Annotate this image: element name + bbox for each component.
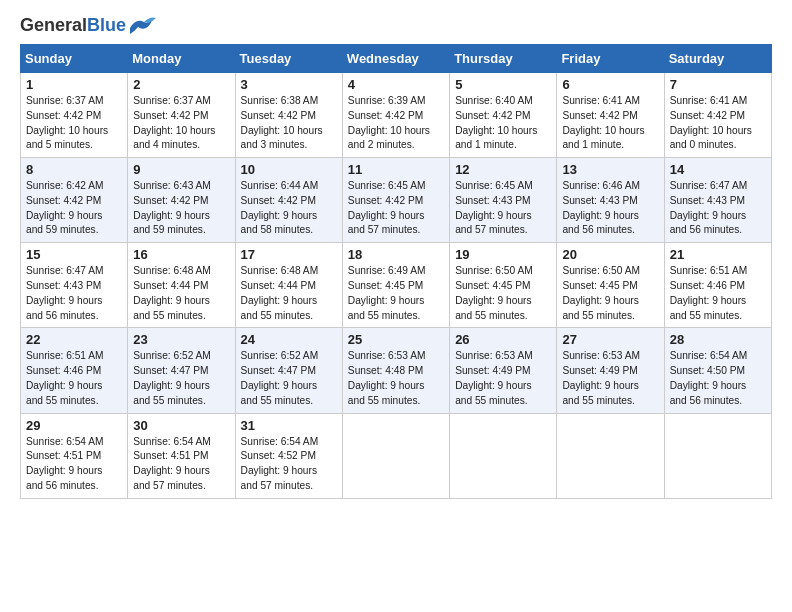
calendar-cell: 4Sunrise: 6:39 AMSunset: 4:42 PMDaylight… xyxy=(342,73,449,158)
logo-blue: Blue xyxy=(87,15,126,35)
page: GeneralBlue SundayMondayTuesdayWednesday… xyxy=(0,0,792,612)
logo-general: General xyxy=(20,15,87,35)
cell-text: Sunrise: 6:47 AMSunset: 4:43 PMDaylight:… xyxy=(670,179,766,238)
calendar-cell: 22Sunrise: 6:51 AMSunset: 4:46 PMDayligh… xyxy=(21,328,128,413)
day-number: 28 xyxy=(670,332,766,347)
cell-text: Sunrise: 6:48 AMSunset: 4:44 PMDaylight:… xyxy=(241,264,337,323)
day-number: 29 xyxy=(26,418,122,433)
calendar-header-row: SundayMondayTuesdayWednesdayThursdayFrid… xyxy=(21,45,772,73)
calendar-cell: 10Sunrise: 6:44 AMSunset: 4:42 PMDayligh… xyxy=(235,158,342,243)
day-number: 1 xyxy=(26,77,122,92)
cell-text: Sunrise: 6:51 AMSunset: 4:46 PMDaylight:… xyxy=(26,349,122,408)
day-number: 5 xyxy=(455,77,551,92)
cell-text: Sunrise: 6:53 AMSunset: 4:48 PMDaylight:… xyxy=(348,349,444,408)
logo-text: GeneralBlue xyxy=(20,16,126,36)
weekday-header: Wednesday xyxy=(342,45,449,73)
calendar-cell xyxy=(342,413,449,498)
day-number: 14 xyxy=(670,162,766,177)
day-number: 22 xyxy=(26,332,122,347)
day-number: 17 xyxy=(241,247,337,262)
weekday-header: Thursday xyxy=(450,45,557,73)
calendar-cell: 8Sunrise: 6:42 AMSunset: 4:42 PMDaylight… xyxy=(21,158,128,243)
day-number: 18 xyxy=(348,247,444,262)
calendar-table: SundayMondayTuesdayWednesdayThursdayFrid… xyxy=(20,44,772,499)
calendar-cell: 27Sunrise: 6:53 AMSunset: 4:49 PMDayligh… xyxy=(557,328,664,413)
calendar-cell: 13Sunrise: 6:46 AMSunset: 4:43 PMDayligh… xyxy=(557,158,664,243)
day-number: 16 xyxy=(133,247,229,262)
cell-text: Sunrise: 6:49 AMSunset: 4:45 PMDaylight:… xyxy=(348,264,444,323)
cell-text: Sunrise: 6:54 AMSunset: 4:50 PMDaylight:… xyxy=(670,349,766,408)
calendar-cell: 11Sunrise: 6:45 AMSunset: 4:42 PMDayligh… xyxy=(342,158,449,243)
day-number: 15 xyxy=(26,247,122,262)
calendar-cell: 19Sunrise: 6:50 AMSunset: 4:45 PMDayligh… xyxy=(450,243,557,328)
cell-text: Sunrise: 6:37 AMSunset: 4:42 PMDaylight:… xyxy=(26,94,122,153)
day-number: 25 xyxy=(348,332,444,347)
cell-text: Sunrise: 6:53 AMSunset: 4:49 PMDaylight:… xyxy=(562,349,658,408)
cell-text: Sunrise: 6:48 AMSunset: 4:44 PMDaylight:… xyxy=(133,264,229,323)
cell-text: Sunrise: 6:40 AMSunset: 4:42 PMDaylight:… xyxy=(455,94,551,153)
calendar-cell: 25Sunrise: 6:53 AMSunset: 4:48 PMDayligh… xyxy=(342,328,449,413)
day-number: 12 xyxy=(455,162,551,177)
cell-text: Sunrise: 6:53 AMSunset: 4:49 PMDaylight:… xyxy=(455,349,551,408)
cell-text: Sunrise: 6:51 AMSunset: 4:46 PMDaylight:… xyxy=(670,264,766,323)
cell-text: Sunrise: 6:44 AMSunset: 4:42 PMDaylight:… xyxy=(241,179,337,238)
cell-text: Sunrise: 6:42 AMSunset: 4:42 PMDaylight:… xyxy=(26,179,122,238)
calendar-week-row: 29Sunrise: 6:54 AMSunset: 4:51 PMDayligh… xyxy=(21,413,772,498)
day-number: 7 xyxy=(670,77,766,92)
cell-text: Sunrise: 6:45 AMSunset: 4:43 PMDaylight:… xyxy=(455,179,551,238)
calendar-cell: 31Sunrise: 6:54 AMSunset: 4:52 PMDayligh… xyxy=(235,413,342,498)
calendar-cell: 12Sunrise: 6:45 AMSunset: 4:43 PMDayligh… xyxy=(450,158,557,243)
day-number: 19 xyxy=(455,247,551,262)
calendar-cell: 18Sunrise: 6:49 AMSunset: 4:45 PMDayligh… xyxy=(342,243,449,328)
calendar-cell: 28Sunrise: 6:54 AMSunset: 4:50 PMDayligh… xyxy=(664,328,771,413)
day-number: 4 xyxy=(348,77,444,92)
day-number: 31 xyxy=(241,418,337,433)
calendar-cell: 1Sunrise: 6:37 AMSunset: 4:42 PMDaylight… xyxy=(21,73,128,158)
day-number: 23 xyxy=(133,332,229,347)
cell-text: Sunrise: 6:41 AMSunset: 4:42 PMDaylight:… xyxy=(670,94,766,153)
cell-text: Sunrise: 6:52 AMSunset: 4:47 PMDaylight:… xyxy=(133,349,229,408)
weekday-header: Saturday xyxy=(664,45,771,73)
day-number: 6 xyxy=(562,77,658,92)
header: GeneralBlue xyxy=(20,16,772,36)
day-number: 21 xyxy=(670,247,766,262)
cell-text: Sunrise: 6:52 AMSunset: 4:47 PMDaylight:… xyxy=(241,349,337,408)
cell-text: Sunrise: 6:47 AMSunset: 4:43 PMDaylight:… xyxy=(26,264,122,323)
calendar-week-row: 8Sunrise: 6:42 AMSunset: 4:42 PMDaylight… xyxy=(21,158,772,243)
cell-text: Sunrise: 6:50 AMSunset: 4:45 PMDaylight:… xyxy=(455,264,551,323)
logo: GeneralBlue xyxy=(20,16,156,36)
calendar-cell: 6Sunrise: 6:41 AMSunset: 4:42 PMDaylight… xyxy=(557,73,664,158)
cell-text: Sunrise: 6:38 AMSunset: 4:42 PMDaylight:… xyxy=(241,94,337,153)
calendar-cell: 5Sunrise: 6:40 AMSunset: 4:42 PMDaylight… xyxy=(450,73,557,158)
cell-text: Sunrise: 6:54 AMSunset: 4:52 PMDaylight:… xyxy=(241,435,337,494)
day-number: 10 xyxy=(241,162,337,177)
calendar-cell xyxy=(664,413,771,498)
calendar-cell: 3Sunrise: 6:38 AMSunset: 4:42 PMDaylight… xyxy=(235,73,342,158)
weekday-header: Tuesday xyxy=(235,45,342,73)
calendar-cell: 14Sunrise: 6:47 AMSunset: 4:43 PMDayligh… xyxy=(664,158,771,243)
cell-text: Sunrise: 6:39 AMSunset: 4:42 PMDaylight:… xyxy=(348,94,444,153)
day-number: 24 xyxy=(241,332,337,347)
calendar-cell: 9Sunrise: 6:43 AMSunset: 4:42 PMDaylight… xyxy=(128,158,235,243)
calendar-cell: 17Sunrise: 6:48 AMSunset: 4:44 PMDayligh… xyxy=(235,243,342,328)
weekday-header: Sunday xyxy=(21,45,128,73)
day-number: 2 xyxy=(133,77,229,92)
calendar-cell: 24Sunrise: 6:52 AMSunset: 4:47 PMDayligh… xyxy=(235,328,342,413)
logo-bird-icon xyxy=(128,16,156,36)
cell-text: Sunrise: 6:54 AMSunset: 4:51 PMDaylight:… xyxy=(133,435,229,494)
day-number: 27 xyxy=(562,332,658,347)
day-number: 13 xyxy=(562,162,658,177)
calendar-cell: 15Sunrise: 6:47 AMSunset: 4:43 PMDayligh… xyxy=(21,243,128,328)
cell-text: Sunrise: 6:45 AMSunset: 4:42 PMDaylight:… xyxy=(348,179,444,238)
calendar-cell xyxy=(557,413,664,498)
calendar-cell: 20Sunrise: 6:50 AMSunset: 4:45 PMDayligh… xyxy=(557,243,664,328)
day-number: 26 xyxy=(455,332,551,347)
calendar-cell: 29Sunrise: 6:54 AMSunset: 4:51 PMDayligh… xyxy=(21,413,128,498)
weekday-header: Friday xyxy=(557,45,664,73)
cell-text: Sunrise: 6:54 AMSunset: 4:51 PMDaylight:… xyxy=(26,435,122,494)
calendar-cell: 26Sunrise: 6:53 AMSunset: 4:49 PMDayligh… xyxy=(450,328,557,413)
day-number: 30 xyxy=(133,418,229,433)
cell-text: Sunrise: 6:43 AMSunset: 4:42 PMDaylight:… xyxy=(133,179,229,238)
calendar-cell xyxy=(450,413,557,498)
cell-text: Sunrise: 6:37 AMSunset: 4:42 PMDaylight:… xyxy=(133,94,229,153)
